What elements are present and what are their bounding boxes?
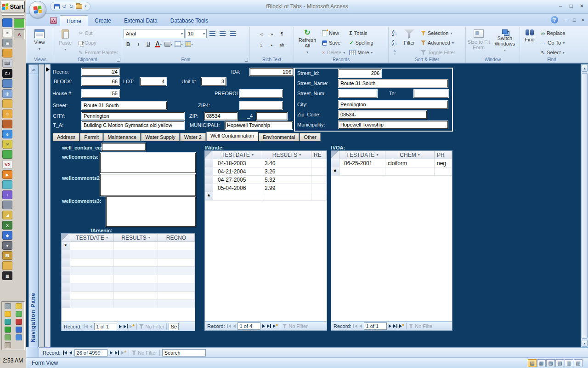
select-button[interactable]: ↖Select▾ — [539, 48, 566, 57]
view-button[interactable]: View ▾ — [29, 28, 50, 52]
tray-power-icon[interactable] — [5, 334, 11, 340]
block-input[interactable]: 66 — [82, 78, 119, 86]
switch-windows-button[interactable]: Switch Windows ▾ — [492, 28, 518, 53]
totals-button[interactable]: ΣTotals — [348, 29, 374, 37]
spelling-button[interactable]: ✓Spelling — [348, 39, 374, 47]
pivotchart-view-button[interactable]: ▧ — [555, 359, 564, 367]
new-record-row[interactable]: * — [331, 167, 452, 176]
tab-database-tools[interactable]: Database Tools — [164, 15, 215, 26]
form-view-button[interactable]: ▤ — [528, 359, 537, 367]
zip4b-input[interactable] — [256, 112, 287, 120]
last-record-button[interactable] — [115, 351, 119, 355]
first-record-button[interactable] — [84, 324, 88, 328]
next-record-button[interactable] — [119, 325, 122, 328]
paint-window-button[interactable] — [14, 18, 25, 28]
layout-view-button[interactable]: ▥ — [565, 359, 573, 367]
child-close-button[interactable]: × — [582, 17, 584, 23]
format-painter-button[interactable]: ✎Format Painter — [77, 48, 119, 57]
city-input[interactable]: Pennington — [82, 112, 184, 120]
excel-icon[interactable]: X — [2, 221, 12, 230]
sort-ascending-button[interactable]: AZ↓ — [390, 29, 399, 37]
select-all-corner[interactable] — [331, 151, 339, 159]
tray-connection-icon[interactable] — [16, 327, 22, 333]
align-right-button[interactable] — [228, 29, 237, 38]
tray-contact-icon[interactable] — [16, 311, 22, 317]
table-row[interactable]: 04-21-20043.26 — [205, 167, 327, 176]
record-position[interactable]: 1 of 1 — [94, 323, 117, 330]
municipality-input[interactable]: Hopewell Township — [339, 121, 448, 129]
gridlines-button[interactable]: ▾ — [174, 40, 183, 48]
scroll-down-button[interactable]: ▼ — [582, 340, 588, 347]
movie-maker-icon[interactable] — [2, 120, 12, 128]
fax-icon[interactable] — [2, 201, 12, 209]
tab-external-data[interactable]: External Data — [118, 15, 164, 26]
network-cd-icon[interactable]: ◎ — [2, 89, 12, 98]
table-row[interactable]: 04-18-20033.40 — [205, 159, 327, 167]
tray-disconnected-icon[interactable] — [16, 319, 22, 325]
messenger-icon[interactable]: ☺ — [2, 109, 12, 118]
nitrate-col-testdate[interactable]: TESTDATE▾ — [213, 151, 262, 159]
nitrate-col-results[interactable]: RESULTS▾ — [262, 151, 311, 159]
tab-maintenance[interactable]: Maintenance — [103, 133, 141, 141]
wellcomments3-input[interactable] — [106, 196, 196, 227]
view-dropdown-icon[interactable]: ▾ — [39, 46, 40, 52]
close-button[interactable]: × — [580, 3, 583, 9]
left-to-right-button[interactable]: ¶ — [277, 30, 287, 38]
tab-address[interactable]: Address — [53, 133, 79, 141]
align-left-button[interactable] — [208, 29, 217, 38]
search-box[interactable]: Search — [162, 349, 206, 356]
font-size-combo[interactable]: 10▾ — [186, 29, 207, 38]
arsenic-col-recno[interactable]: RECNO — [158, 234, 195, 242]
id-input[interactable]: 206 — [250, 68, 293, 76]
web-app-icon[interactable] — [2, 180, 12, 189]
record-position[interactable]: 26 of 4999 — [74, 349, 107, 356]
internet-explorer-icon[interactable]: e — [2, 130, 12, 138]
underline-button[interactable]: U — [144, 40, 153, 48]
fill-color-button[interactable]: ▾ — [164, 40, 173, 48]
street-name-input[interactable]: Route 31 South — [339, 80, 448, 87]
notepad-icon[interactable]: ≡ — [2, 29, 12, 37]
more-button[interactable]: More▾ — [348, 48, 374, 57]
minimize-button[interactable]: – — [559, 3, 562, 9]
lot-input[interactable]: 4 — [140, 78, 166, 86]
next-record-button[interactable] — [389, 324, 391, 328]
phone-dialer-icon[interactable]: ☎ — [2, 251, 12, 260]
tray-remote-icon[interactable] — [5, 303, 11, 309]
new-blank-record-button[interactable]: * — [130, 325, 135, 328]
my-computer-icon[interactable] — [2, 79, 12, 88]
access-window-button[interactable]: A — [14, 29, 25, 39]
arsenic-col-results[interactable]: RESULTS▾ — [114, 234, 158, 242]
copy-button[interactable]: Copy — [77, 39, 119, 47]
netmeeting-icon[interactable]: ◆ — [2, 231, 12, 240]
tab-create[interactable]: Create — [88, 15, 118, 26]
zip-code-input[interactable]: 08534- — [339, 111, 427, 119]
voa-col-chem[interactable]: CHEM▾ — [385, 151, 435, 159]
select-all-corner[interactable] — [62, 234, 70, 242]
replace-button[interactable]: abReplace — [539, 29, 566, 37]
house-input[interactable]: 55 — [82, 90, 119, 98]
new-blank-record-button[interactable]: * — [273, 324, 278, 328]
decrease-indent-button[interactable]: « — [257, 30, 266, 38]
camera-icon[interactable]: ● — [2, 241, 12, 250]
show-desktop-icon[interactable] — [2, 18, 12, 27]
tab-home[interactable]: Home — [60, 15, 88, 26]
next-record-button[interactable] — [110, 351, 113, 355]
scroll-up-button[interactable]: ▲ — [582, 65, 588, 72]
bullets-button[interactable]: • — [267, 41, 277, 49]
tray-network-icon[interactable] — [16, 334, 22, 340]
goto-button[interactable]: →Go To▾ — [539, 39, 566, 47]
ta-input[interactable]: Building C Motion Gymnatics old yellow — [82, 121, 184, 129]
tray-pda-icon[interactable] — [5, 319, 11, 325]
folder-icon[interactable] — [2, 99, 12, 108]
v2-player-icon[interactable]: V2 — [2, 160, 12, 169]
table-row[interactable]: 05-04-20062.99 — [205, 184, 327, 192]
select-all-corner[interactable] — [205, 151, 213, 159]
navigation-pane-shutter[interactable]: » Navigation Pane — [28, 64, 39, 347]
mail-icon[interactable]: ✉ — [2, 140, 12, 149]
pivottable-view-button[interactable]: ▩ — [546, 359, 555, 367]
previous-record-button[interactable] — [359, 324, 362, 328]
keyboard-icon[interactable]: ⌨ — [2, 59, 12, 68]
expand-nav-pane-button[interactable]: » — [29, 65, 38, 74]
alternate-fill-button[interactable]: ▾ — [184, 40, 193, 48]
font-color-button[interactable]: A▾ — [154, 40, 163, 48]
